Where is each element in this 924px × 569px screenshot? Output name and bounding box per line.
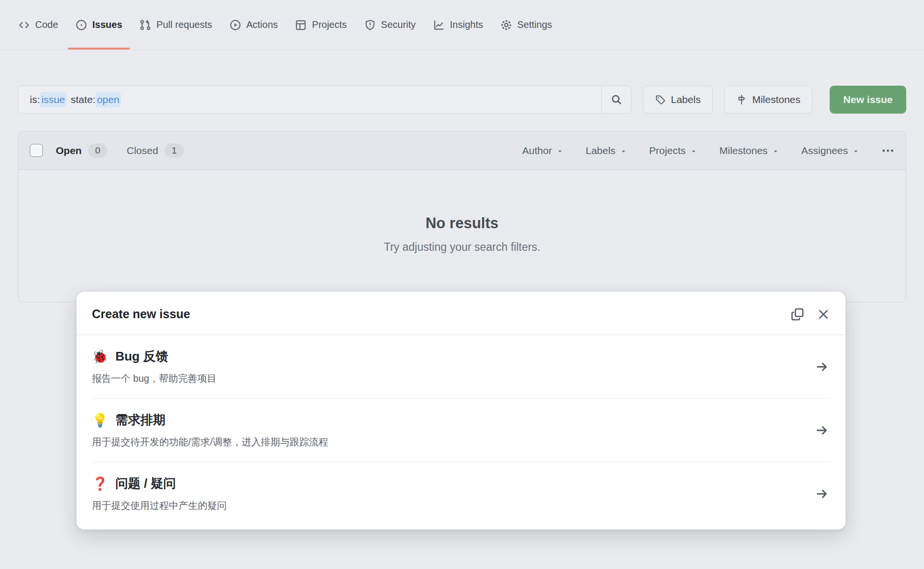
play-icon bbox=[230, 19, 241, 31]
empty-state: No results Try adjusting your search fil… bbox=[18, 170, 906, 302]
nav-tab-label: Code bbox=[35, 19, 58, 30]
template-item-feature[interactable]: 💡 需求排期 用于提交待开发的功能/需求/调整，进入排期与跟踪流程 bbox=[92, 398, 830, 462]
filter-label: Projects bbox=[649, 145, 686, 156]
close-icon[interactable] bbox=[817, 308, 830, 321]
nav-tab-issues[interactable]: Issues bbox=[67, 0, 131, 50]
milestone-icon bbox=[736, 94, 747, 105]
filter-bar: Author Labels Projects Milestones Assign… bbox=[522, 144, 894, 157]
question-emoji-icon: ❓ bbox=[92, 476, 108, 491]
new-issue-button[interactable]: New issue bbox=[830, 86, 906, 114]
filter-label: Author bbox=[522, 145, 552, 156]
search-qualifier: state: bbox=[71, 94, 95, 105]
empty-state-subtitle: Try adjusting your search filters. bbox=[384, 241, 540, 254]
open-count-badge: 0 bbox=[88, 143, 108, 158]
chevron-down-icon bbox=[620, 148, 627, 155]
assignees-filter-dropdown[interactable]: Assignees bbox=[801, 145, 860, 156]
nav-tab-projects[interactable]: Projects bbox=[286, 0, 355, 50]
nav-tab-security[interactable]: Security bbox=[356, 0, 424, 50]
search-button[interactable] bbox=[601, 86, 631, 113]
filter-label: Assignees bbox=[801, 145, 848, 156]
code-icon bbox=[18, 19, 30, 31]
template-item-question[interactable]: ❓ 问题 / 疑问 用于提交使用过程中产生的疑问 bbox=[92, 462, 830, 525]
nav-tab-actions[interactable]: Actions bbox=[221, 0, 287, 50]
labels-filter-dropdown[interactable]: Labels bbox=[586, 145, 627, 156]
filter-label: Labels bbox=[586, 145, 616, 156]
template-title-text: Bug 反馈 bbox=[116, 348, 168, 365]
author-filter-dropdown[interactable]: Author bbox=[522, 145, 564, 156]
template-description: 报告一个 bug，帮助完善项目 bbox=[92, 372, 816, 385]
closed-issues-tab[interactable]: Closed 1 bbox=[127, 143, 184, 158]
nav-tab-label: Projects bbox=[312, 19, 346, 30]
chevron-down-icon bbox=[556, 148, 564, 155]
closed-count-badge: 1 bbox=[165, 143, 184, 158]
tag-icon bbox=[655, 94, 666, 105]
issues-page: is:issuestate:open Labels Milestones New… bbox=[0, 50, 924, 302]
select-all-checkbox[interactable] bbox=[30, 144, 43, 157]
template-text: 🐞 Bug 反馈 报告一个 bug，帮助完善项目 bbox=[92, 348, 816, 385]
create-issue-modal: Create new issue 🐞 Bug 反馈 报告一个 bug，帮助完善项… bbox=[77, 292, 846, 530]
filter-label: Milestones bbox=[719, 145, 768, 156]
template-title: ❓ 问题 / 疑问 bbox=[92, 475, 816, 492]
new-issue-button-label: New issue bbox=[843, 94, 893, 105]
open-tab-label: Open bbox=[56, 145, 82, 156]
git-pull-request-icon bbox=[140, 19, 151, 31]
arrow-right-icon bbox=[816, 424, 828, 437]
table-icon bbox=[295, 19, 307, 31]
search-query[interactable]: is:issuestate:open bbox=[18, 86, 601, 113]
nav-tab-insights[interactable]: Insights bbox=[424, 0, 492, 50]
milestones-button-label: Milestones bbox=[752, 94, 800, 105]
nav-tab-label: Security bbox=[381, 19, 416, 30]
search-icon bbox=[611, 94, 622, 105]
template-title-text: 需求排期 bbox=[116, 412, 166, 428]
template-title: 💡 需求排期 bbox=[92, 412, 816, 428]
closed-tab-label: Closed bbox=[127, 145, 158, 156]
arrow-right-icon bbox=[816, 488, 828, 500]
issue-template-list: 🐞 Bug 反馈 报告一个 bug，帮助完善项目 💡 需求排期 用于提交待开发的… bbox=[77, 335, 846, 525]
milestones-filter-dropdown[interactable]: Milestones bbox=[719, 145, 779, 156]
bug-emoji-icon: 🐞 bbox=[92, 349, 108, 364]
chevron-down-icon bbox=[772, 148, 779, 155]
nav-tab-label: Actions bbox=[246, 19, 278, 30]
template-text: ❓ 问题 / 疑问 用于提交使用过程中产生的疑问 bbox=[92, 475, 816, 512]
labels-button-label: Labels bbox=[671, 94, 701, 105]
template-title-text: 问题 / 疑问 bbox=[116, 475, 176, 492]
nav-tab-label: Pull requests bbox=[156, 19, 212, 30]
nav-tab-label: Settings bbox=[517, 19, 552, 30]
nav-tab-label: Issues bbox=[92, 19, 122, 30]
graph-icon bbox=[433, 19, 445, 31]
milestones-button[interactable]: Milestones bbox=[724, 86, 812, 114]
open-issues-tab[interactable]: Open 0 bbox=[56, 143, 107, 158]
lightbulb-emoji-icon: 💡 bbox=[92, 413, 108, 428]
projects-filter-dropdown[interactable]: Projects bbox=[649, 145, 697, 156]
search-token-open: open bbox=[95, 92, 121, 107]
issues-list-header: Open 0 Closed 1 Author Labels Projects bbox=[18, 131, 906, 170]
search-token-issue: issue bbox=[40, 92, 66, 107]
issue-opened-icon bbox=[76, 19, 87, 31]
chevron-down-icon bbox=[852, 148, 860, 155]
template-description: 用于提交待开发的功能/需求/调整，进入排期与跟踪流程 bbox=[92, 436, 816, 449]
template-item-bug[interactable]: 🐞 Bug 反馈 报告一个 bug，帮助完善项目 bbox=[92, 335, 830, 398]
shield-icon bbox=[364, 19, 376, 31]
template-text: 💡 需求排期 用于提交待开发的功能/需求/调整，进入排期与跟踪流程 bbox=[92, 412, 816, 449]
search-input[interactable]: is:issuestate:open bbox=[18, 86, 631, 114]
empty-state-title: No results bbox=[425, 215, 499, 232]
chevron-down-icon bbox=[690, 148, 697, 155]
search-qualifier: is: bbox=[30, 94, 40, 105]
search-toolbar: is:issuestate:open Labels Milestones New… bbox=[18, 86, 906, 114]
more-options-button[interactable] bbox=[882, 144, 894, 157]
issues-list: Open 0 Closed 1 Author Labels Projects bbox=[18, 131, 906, 302]
arrow-right-icon bbox=[816, 361, 828, 373]
nav-tab-pull-requests[interactable]: Pull requests bbox=[131, 0, 221, 50]
nav-tab-label: Insights bbox=[450, 19, 483, 30]
template-title: 🐞 Bug 反馈 bbox=[92, 348, 816, 365]
modal-title: Create new issue bbox=[92, 307, 190, 321]
modal-actions bbox=[791, 308, 830, 321]
labels-button[interactable]: Labels bbox=[643, 86, 713, 114]
template-description: 用于提交使用过程中产生的疑问 bbox=[92, 499, 816, 512]
repo-nav: Code Issues Pull requests Actions Projec… bbox=[0, 0, 924, 50]
copy-icon[interactable] bbox=[791, 308, 804, 321]
nav-tab-settings[interactable]: Settings bbox=[492, 0, 561, 50]
modal-header: Create new issue bbox=[77, 292, 846, 335]
nav-tab-code[interactable]: Code bbox=[10, 0, 67, 50]
gear-icon bbox=[500, 19, 512, 31]
